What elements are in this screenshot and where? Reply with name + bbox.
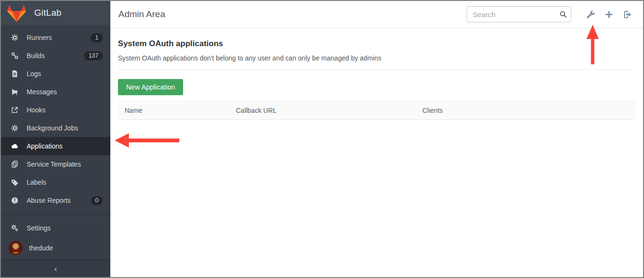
sidebar-item-runners[interactable]: Runners 1 — [1, 29, 110, 47]
divider — [118, 70, 635, 70]
sidebar-collapse-button[interactable]: ‹ — [1, 260, 110, 277]
page-title: Admin Area — [118, 9, 165, 20]
sidebar-header[interactable]: GitLab — [1, 1, 110, 25]
gears-icon — [10, 224, 19, 232]
tag-icon — [10, 179, 19, 187]
plus-icon[interactable] — [603, 8, 615, 20]
gear-icon — [10, 34, 19, 42]
user-avatar — [9, 241, 23, 255]
sidebar-item-logs[interactable]: Logs — [1, 65, 110, 83]
sidebar-item-applications[interactable]: Applications — [1, 137, 110, 155]
sign-out-icon[interactable] — [621, 8, 634, 20]
sidebar-item-hooks[interactable]: Hooks — [1, 101, 110, 119]
search-icon[interactable] — [559, 10, 567, 18]
cloud-icon — [10, 142, 19, 150]
gitlab-logo-icon — [7, 4, 27, 22]
warning-icon — [10, 197, 19, 205]
chevron-left-icon: ‹ — [54, 264, 57, 274]
main-area: Admin Area — [110, 1, 643, 277]
gitlab-admin-page: GitLab Runners 1 Builds 137 Logs Message… — [0, 0, 644, 278]
sidebar-nav: Runners 1 Builds 137 Logs Messages Hooks… — [1, 25, 110, 209]
count-badge: 137 — [84, 51, 103, 60]
new-application-button[interactable]: New Application — [118, 79, 183, 95]
count-badge: 1 — [91, 33, 103, 42]
sidebar-item-messages[interactable]: Messages — [1, 83, 110, 101]
section-description: System OAuth applications don't belong t… — [118, 54, 635, 62]
count-badge: 0 — [91, 196, 103, 205]
sidebar-item-label: Settings — [27, 224, 103, 232]
column-header-name: Name — [125, 107, 236, 114]
wrench-icon[interactable] — [584, 8, 596, 20]
search-input[interactable] — [467, 6, 571, 22]
sidebar-item-labels[interactable]: Labels — [1, 173, 110, 191]
search-wrap — [467, 6, 571, 22]
external-link-icon — [10, 106, 19, 114]
sidebar-item-service-templates[interactable]: Service Templates — [1, 155, 110, 173]
sidebar: GitLab Runners 1 Builds 137 Logs Message… — [1, 1, 110, 277]
file-icon — [10, 70, 19, 78]
chain-icon — [10, 52, 19, 60]
brand-name: GitLab — [34, 8, 61, 18]
column-header-callback-url: Callback URL — [236, 107, 422, 114]
applications-table-header: NameCallback URLClients — [118, 101, 635, 120]
sidebar-divider — [1, 215, 110, 215]
sidebar-item-builds[interactable]: Builds 137 — [1, 47, 110, 65]
content: System OAuth applications System OAuth a… — [110, 28, 643, 120]
topbar-icons — [578, 8, 634, 20]
gear-icon — [10, 124, 19, 132]
copy-icon — [10, 160, 19, 169]
sidebar-item-user[interactable]: thedude — [1, 237, 110, 260]
sidebar-item-background-jobs[interactable]: Background Jobs — [1, 119, 110, 137]
section-heading: System OAuth applications — [118, 39, 635, 49]
topbar: Admin Area — [110, 1, 643, 28]
sidebar-item-settings[interactable]: Settings — [1, 219, 110, 237]
bullhorn-icon — [10, 88, 19, 96]
sidebar-item-abuse-reports[interactable]: Abuse Reports 0 — [1, 191, 110, 209]
column-header-clients: Clients — [422, 107, 629, 114]
username: thedude — [29, 244, 103, 252]
